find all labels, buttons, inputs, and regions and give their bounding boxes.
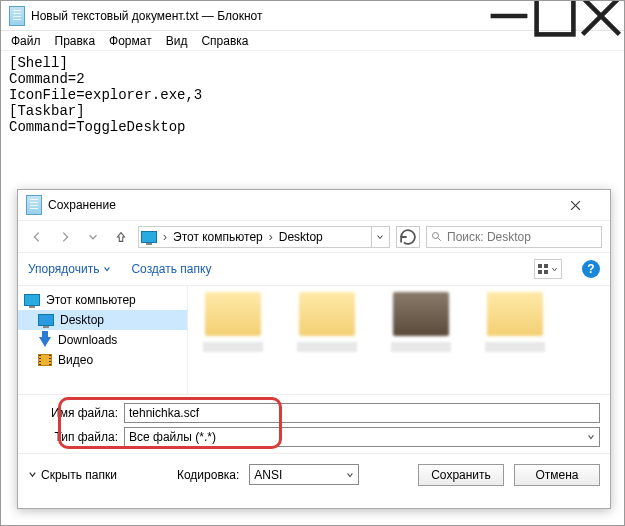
filetype-select[interactable]: Все файлы (*.*)	[124, 427, 600, 447]
window-buttons	[486, 1, 624, 30]
organize-menu[interactable]: Упорядочить	[28, 262, 111, 276]
crumb-root[interactable]: Этот компьютер	[173, 230, 263, 244]
close-button[interactable]	[578, 1, 624, 30]
close-icon[interactable]	[570, 200, 610, 211]
filename-input[interactable]	[124, 403, 600, 423]
menu-format[interactable]: Формат	[109, 34, 152, 48]
dialog-bottom-bar: Скрыть папки Кодировка: ANSI Сохранить О…	[18, 453, 610, 495]
encoding-select[interactable]: ANSI	[249, 464, 359, 485]
file-list[interactable]	[188, 286, 610, 394]
tree-label: Этот компьютер	[46, 293, 136, 307]
refresh-button[interactable]	[396, 226, 420, 248]
notepad-textarea[interactable]: [Shell] Command=2 IconFile=explorer.exe,…	[1, 51, 624, 139]
breadcrumb[interactable]: › Этот компьютер › Desktop	[138, 226, 390, 248]
filetype-label: Тип файла:	[28, 430, 118, 444]
search-placeholder: Поиск: Desktop	[447, 230, 531, 244]
svg-point-6	[433, 232, 439, 238]
chevron-right-icon: ›	[267, 230, 275, 244]
pc-icon	[141, 231, 157, 243]
download-icon	[39, 337, 51, 347]
notepad-title: Новый текстовый документ.txt — Блокнот	[31, 9, 486, 23]
tree-label: Downloads	[58, 333, 117, 347]
toolbar: Упорядочить Создать папку ?	[18, 252, 610, 286]
file-item[interactable]	[480, 292, 550, 382]
file-item[interactable]	[292, 292, 362, 382]
desktop-icon	[38, 314, 54, 326]
filename-label: Имя файла:	[28, 406, 118, 420]
forward-button[interactable]	[54, 226, 76, 248]
search-icon	[431, 231, 443, 243]
filetype-value: Все файлы (*.*)	[129, 430, 216, 444]
notepad-titlebar: Новый текстовый документ.txt — Блокнот	[1, 1, 624, 31]
minimize-button[interactable]	[486, 1, 532, 30]
organize-label: Упорядочить	[28, 262, 99, 276]
dialog-title: Сохранение	[48, 198, 570, 212]
dialog-titlebar: Сохранение	[18, 190, 610, 220]
chevron-down-icon	[587, 433, 595, 441]
grid-icon	[538, 264, 548, 274]
menu-file[interactable]: Файл	[11, 34, 41, 48]
nav-bar: › Этот компьютер › Desktop Поиск: Deskto…	[18, 220, 610, 252]
back-button[interactable]	[26, 226, 48, 248]
notepad-icon	[9, 6, 25, 26]
new-folder-button[interactable]: Создать папку	[131, 262, 211, 276]
crumb-dropdown[interactable]	[371, 227, 387, 247]
svg-line-7	[438, 237, 441, 240]
tree-label: Desktop	[60, 313, 104, 327]
save-dialog: Сохранение › Этот компьютер › Desktop По…	[17, 189, 611, 509]
video-icon	[38, 354, 52, 366]
tree-videos[interactable]: Видео	[18, 350, 187, 370]
file-item[interactable]	[198, 292, 268, 382]
explorer-pane: Этот компьютер Desktop Downloads Видео	[18, 286, 610, 394]
chevron-down-icon	[346, 471, 354, 479]
crumb-leaf[interactable]: Desktop	[279, 230, 323, 244]
encoding-label: Кодировка:	[177, 468, 239, 482]
chevron-down-icon	[551, 266, 558, 273]
chevron-down-icon	[103, 265, 111, 273]
tree-desktop[interactable]: Desktop	[18, 310, 187, 330]
search-input[interactable]: Поиск: Desktop	[426, 226, 602, 248]
file-fields: Имя файла: Тип файла: Все файлы (*.*)	[18, 394, 610, 453]
chevron-down-icon	[28, 470, 37, 479]
view-mode-button[interactable]	[534, 259, 562, 279]
encoding-value: ANSI	[254, 468, 282, 482]
pc-icon	[24, 294, 40, 306]
file-item[interactable]	[386, 292, 456, 382]
maximize-button[interactable]	[532, 1, 578, 30]
svg-rect-1	[537, 0, 574, 34]
cancel-button[interactable]: Отмена	[514, 464, 600, 486]
save-button[interactable]: Сохранить	[418, 464, 504, 486]
up-button[interactable]	[110, 226, 132, 248]
tree-this-pc[interactable]: Этот компьютер	[18, 290, 187, 310]
hide-folders-toggle[interactable]: Скрыть папки	[28, 468, 117, 482]
help-button[interactable]: ?	[582, 260, 600, 278]
menu-help[interactable]: Справка	[201, 34, 248, 48]
menu-view[interactable]: Вид	[166, 34, 188, 48]
tree-nav: Этот компьютер Desktop Downloads Видео	[18, 286, 188, 394]
chevron-right-icon: ›	[161, 230, 169, 244]
menu-edit[interactable]: Правка	[55, 34, 96, 48]
hide-folders-label: Скрыть папки	[41, 468, 117, 482]
tree-downloads[interactable]: Downloads	[18, 330, 187, 350]
tree-label: Видео	[58, 353, 93, 367]
notepad-icon	[26, 195, 42, 215]
recent-dropdown[interactable]	[82, 226, 104, 248]
